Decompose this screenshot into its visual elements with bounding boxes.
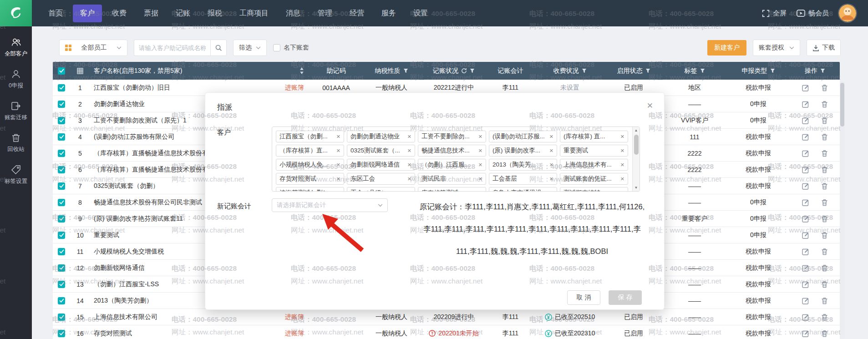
nav-item-11[interactable]: 设置 [406, 5, 435, 22]
remove-icon[interactable]: ✕ [620, 162, 624, 168]
delete-icon[interactable] [821, 199, 828, 206]
employee-filter[interactable]: 全部员工 [59, 40, 127, 56]
delete-icon[interactable] [821, 150, 828, 157]
table-row[interactable]: 16 存货对照测试进账簿 一般纳税人 202201未开始 李111 已收至202… [53, 325, 840, 339]
customer-chip[interactable]: （库存核算）直... ✕ [276, 145, 344, 157]
row-checkbox[interactable] [58, 101, 65, 108]
remove-icon[interactable]: ✕ [336, 176, 340, 182]
nav-item-7[interactable]: 消息 [279, 5, 308, 22]
row-checkbox[interactable] [58, 150, 65, 157]
delete-icon[interactable] [821, 133, 828, 141]
remove-icon[interactable]: ✕ [478, 162, 482, 168]
funnel-icon[interactable] [470, 68, 475, 73]
search-input[interactable] [134, 40, 210, 56]
search-button[interactable] [210, 40, 227, 56]
ledger-link[interactable]: 进账簿 [285, 329, 304, 338]
remove-icon[interactable]: ✕ [478, 134, 482, 140]
funnel-icon[interactable] [645, 68, 650, 73]
row-checkbox[interactable] [58, 199, 65, 206]
delete-icon[interactable] [821, 101, 828, 108]
download-button[interactable]: 下载 [807, 40, 841, 56]
delete-icon[interactable] [821, 264, 828, 272]
remove-icon[interactable]: ✕ [549, 176, 553, 182]
avatar[interactable] [839, 5, 856, 22]
sidebar-item-3[interactable]: 回收站 [0, 128, 32, 157]
customer-chip[interactable]: (原) 误删勿改李... ✕ [489, 145, 557, 157]
row-checkbox[interactable] [58, 281, 65, 288]
remove-icon[interactable]: ✕ [336, 190, 340, 192]
nav-item-10[interactable]: 服务 [374, 5, 403, 22]
customer-chip[interactable]: 勿删勿删通达物业 ✕ [347, 131, 415, 142]
nav-item-3[interactable]: 票据 [137, 5, 166, 22]
customer-chip[interactable]: 测试期末结转... ✕ [560, 187, 628, 191]
nav-item-0[interactable]: 首页 [41, 5, 70, 22]
edit-icon[interactable] [802, 117, 809, 124]
nav-item-8[interactable]: 管理 [310, 5, 340, 22]
cancel-button[interactable]: 取 消 [567, 290, 600, 305]
remove-icon[interactable]: ✕ [478, 190, 482, 192]
remove-icon[interactable]: ✕ [620, 190, 624, 192]
row-checkbox[interactable] [58, 215, 65, 223]
customer-chip[interactable]: 测试民非 ✕ [418, 173, 486, 185]
row-checkbox[interactable] [58, 297, 65, 304]
nav-item-5[interactable]: 报税 [200, 5, 229, 22]
ledger-link[interactable]: 进账簿 [285, 84, 304, 92]
nav-item-4[interactable]: 记账 [168, 5, 198, 22]
customer-chip[interactable]: 存货对照测试 ✕ [276, 173, 344, 185]
remove-icon[interactable]: ✕ [549, 134, 553, 140]
customer-chip[interactable]: 上海信息技术有... ✕ [560, 159, 628, 171]
remove-icon[interactable]: ✕ [549, 148, 553, 154]
app-logo[interactable] [0, 0, 32, 26]
customer-chip[interactable]: 库存核算测试... ✕ [418, 187, 486, 191]
scrollbar-thumb[interactable] [840, 83, 844, 126]
customer-chip[interactable]: 勿删新锐网络通信 ✕ [347, 159, 415, 171]
remove-icon[interactable]: ✕ [407, 176, 411, 182]
close-icon[interactable]: ✕ [647, 101, 653, 111]
customer-chip[interactable]: 2013（陶美芳... ✕ [489, 159, 557, 171]
delete-icon[interactable] [821, 314, 828, 321]
funnel-icon[interactable] [403, 68, 408, 73]
row-checkbox[interactable] [58, 133, 65, 141]
member-button[interactable]: 畅会员 [797, 9, 829, 18]
customer-chip[interactable]: 东区工会 ✕ [347, 173, 415, 185]
remove-icon[interactable]: ✕ [336, 162, 340, 168]
ledger-link[interactable]: 进账簿 [285, 313, 304, 321]
edit-icon[interactable] [802, 232, 809, 239]
delete-icon[interactable] [821, 297, 828, 304]
customer-chip[interactable]: 乌鲁木齐市通讯设... ✕ [489, 187, 557, 191]
funnel-icon[interactable] [582, 68, 587, 73]
remove-icon[interactable]: ✕ [407, 148, 411, 154]
nav-item-6[interactable]: 工商项目 [232, 5, 276, 22]
select-all-checkbox[interactable] [58, 67, 65, 75]
sidebar-item-0[interactable]: 全部客户 [0, 33, 32, 62]
nav-item-9[interactable]: 经营 [342, 5, 371, 22]
delete-icon[interactable] [821, 182, 828, 190]
edit-icon[interactable] [802, 297, 809, 304]
edit-icon[interactable] [802, 166, 809, 173]
delete-icon[interactable] [821, 84, 828, 91]
customer-chip[interactable]: 工会基层 ✕ [489, 173, 557, 185]
funnel-icon[interactable] [820, 68, 825, 73]
row-checkbox[interactable] [58, 264, 65, 272]
row-checkbox[interactable] [58, 84, 65, 91]
row-checkbox[interactable] [58, 314, 65, 321]
delete-icon[interactable] [821, 248, 828, 255]
row-checkbox[interactable] [58, 166, 65, 173]
remove-icon[interactable]: ✕ [620, 148, 624, 154]
fullscreen-button[interactable]: 全屏 [762, 9, 787, 18]
sort-icon[interactable] [299, 67, 304, 74]
customer-chip[interactable]: 0325测试账套（... ✕ [347, 145, 415, 157]
edit-icon[interactable] [802, 101, 809, 108]
remove-icon[interactable]: ✕ [478, 148, 482, 154]
table-scrollbar[interactable] [840, 81, 845, 339]
row-checkbox[interactable] [58, 248, 65, 255]
row-checkbox[interactable] [58, 117, 65, 124]
remove-icon[interactable]: ✕ [620, 134, 624, 140]
edit-icon[interactable] [802, 330, 809, 337]
nav-item-1[interactable]: 客户 [73, 5, 102, 22]
customer-chip[interactable]: 工资不要删除勿... ✕ [418, 131, 486, 142]
new-accountant-select[interactable]: 请选择新记账会计 [272, 198, 388, 212]
remove-icon[interactable]: ✕ [620, 176, 624, 182]
sidebar-item-1[interactable]: 0申报 [0, 65, 32, 94]
funnel-icon[interactable] [770, 68, 775, 73]
